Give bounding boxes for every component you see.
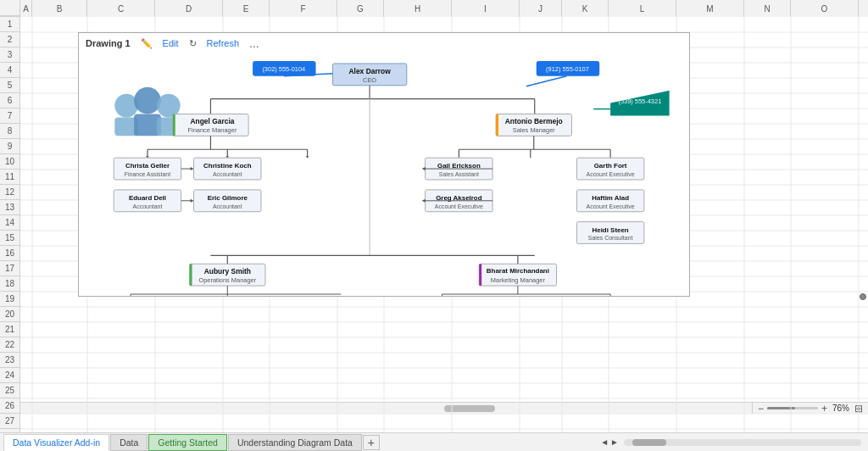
col-header-p[interactable]: P bbox=[859, 0, 868, 17]
svg-text:Sales Consultant: Sales Consultant bbox=[588, 235, 633, 241]
horizontal-scrollbar[interactable] bbox=[20, 402, 868, 414]
col-header-o[interactable]: O bbox=[791, 0, 859, 17]
col-header-e[interactable]: E bbox=[223, 0, 270, 17]
zoom-minus[interactable]: − bbox=[758, 403, 764, 415]
svg-marker-93 bbox=[191, 199, 194, 203]
svg-text:Eduard Dell: Eduard Dell bbox=[129, 194, 166, 202]
edit-icon: ✏️ bbox=[141, 38, 153, 49]
sheet-nav: ◄ ► bbox=[600, 437, 865, 447]
svg-text:Christine Koch: Christine Koch bbox=[203, 162, 252, 170]
svg-marker-119 bbox=[422, 199, 426, 203]
row-5[interactable]: 5 bbox=[0, 78, 19, 93]
org-chart-svg: Alex Darrow CEO (302) 555-0104 (912) 555… bbox=[79, 57, 689, 296]
row-2[interactable]: 2 bbox=[0, 32, 19, 47]
row-24[interactable]: 24 bbox=[0, 368, 19, 383]
row-13[interactable]: 13 bbox=[0, 200, 19, 215]
more-button[interactable]: ... bbox=[249, 36, 259, 50]
svg-marker-117 bbox=[422, 167, 426, 170]
row-19[interactable]: 19 bbox=[0, 292, 19, 307]
row-7[interactable]: 7 bbox=[0, 109, 19, 124]
refresh-button[interactable]: Refresh bbox=[203, 36, 243, 50]
tab-data-visualizer[interactable]: Data Visualizer Add-in bbox=[3, 434, 109, 451]
sheet-scroll-thumb bbox=[632, 439, 666, 446]
edit-button[interactable]: Edit bbox=[159, 36, 182, 50]
svg-marker-95 bbox=[191, 167, 194, 170]
spreadsheet: A B C D E F G H I J K L M N O P Q R 1 2 … bbox=[0, 0, 868, 451]
main-area: 1 2 3 4 5 6 7 8 9 10 11 12 13 14 15 16 1… bbox=[0, 17, 868, 432]
col-header-h[interactable]: H bbox=[384, 0, 452, 17]
svg-text:Accountant: Accountant bbox=[133, 203, 163, 209]
svg-rect-65 bbox=[173, 114, 175, 136]
refresh-icon: ↻ bbox=[189, 38, 197, 49]
svg-text:Operations Manager: Operations Manager bbox=[198, 276, 256, 284]
row-23[interactable]: 23 bbox=[0, 353, 19, 368]
col-header-g[interactable]: G bbox=[337, 0, 384, 17]
sheet-scrollbar[interactable] bbox=[624, 439, 861, 446]
col-header-b[interactable]: B bbox=[32, 0, 87, 17]
zoom-bar: − + 76% ⊞ bbox=[752, 402, 868, 414]
tab-understanding[interactable]: Understanding Diagram Data bbox=[228, 434, 362, 451]
svg-point-44 bbox=[134, 87, 161, 114]
col-header-j[interactable]: J bbox=[520, 0, 562, 17]
svg-text:Finance Assistant: Finance Assistant bbox=[125, 171, 170, 177]
svg-text:Marketing Manager: Marketing Manager bbox=[491, 276, 546, 284]
tab-getting-started[interactable]: Getting Started bbox=[148, 434, 227, 451]
col-header-i[interactable]: I bbox=[452, 0, 520, 17]
row-4[interactable]: 4 bbox=[0, 63, 19, 78]
row-9[interactable]: 9 bbox=[0, 139, 19, 154]
col-header-n[interactable]: N bbox=[744, 0, 791, 17]
row-20[interactable]: 20 bbox=[0, 307, 19, 322]
drawing-container: Drawing 1 ✏️ Edit ↻ Refresh ... bbox=[78, 32, 690, 297]
svg-text:Antonio Bermejo: Antonio Bermejo bbox=[505, 117, 563, 125]
svg-text:Garth Fort: Garth Fort bbox=[594, 162, 627, 170]
row-26[interactable]: 26 bbox=[0, 398, 19, 414]
people-icon bbox=[114, 87, 180, 136]
row-3[interactable]: 3 bbox=[0, 47, 19, 63]
row-21[interactable]: 21 bbox=[0, 322, 19, 337]
col-header-c[interactable]: C bbox=[87, 0, 155, 17]
col-header-d[interactable]: D bbox=[155, 0, 223, 17]
zoom-level: 76% bbox=[832, 404, 849, 413]
row-12[interactable]: 12 bbox=[0, 185, 19, 200]
zoom-plus[interactable]: + bbox=[821, 403, 827, 415]
svg-text:Account Executive: Account Executive bbox=[435, 203, 483, 209]
col-header-f[interactable]: F bbox=[270, 0, 337, 17]
row-1[interactable]: 1 bbox=[0, 17, 19, 32]
grid-view-icon[interactable]: ⊞ bbox=[854, 403, 863, 415]
row-10[interactable]: 10 bbox=[0, 154, 19, 170]
row-11[interactable]: 11 bbox=[0, 170, 19, 185]
svg-rect-69 bbox=[496, 114, 498, 136]
drawing-title: Drawing 1 bbox=[86, 38, 131, 48]
row-14[interactable]: 14 bbox=[0, 215, 19, 231]
row-6[interactable]: 6 bbox=[0, 93, 19, 109]
row-handle-right-18[interactable] bbox=[860, 293, 866, 300]
svg-text:Eric Gilmore: Eric Gilmore bbox=[208, 194, 248, 202]
drawing-toolbar: Drawing 1 ✏️ Edit ↻ Refresh ... bbox=[79, 33, 689, 53]
tab-data[interactable]: Data bbox=[110, 434, 147, 451]
svg-text:(539) 555-4321: (539) 555-4321 bbox=[618, 97, 661, 105]
row-8[interactable]: 8 bbox=[0, 124, 19, 139]
row-22[interactable]: 22 bbox=[0, 337, 19, 353]
svg-text:Accountant: Accountant bbox=[213, 203, 242, 209]
row-15[interactable]: 15 bbox=[0, 231, 19, 246]
column-header-row: A B C D E F G H I J K L M N O P Q R bbox=[0, 0, 868, 17]
row-16[interactable]: 16 bbox=[0, 246, 19, 261]
row-25[interactable]: 25 bbox=[0, 383, 19, 398]
svg-text:Aubury Smith: Aubury Smith bbox=[204, 267, 251, 276]
svg-text:CEO: CEO bbox=[363, 76, 376, 84]
row-17[interactable]: 17 bbox=[0, 261, 19, 276]
zoom-slider[interactable] bbox=[767, 407, 818, 409]
tab-add-button[interactable]: + bbox=[363, 435, 380, 450]
col-header-m[interactable]: M bbox=[676, 0, 744, 17]
sheet-nav-left[interactable]: ◄ bbox=[600, 437, 609, 447]
col-header-l[interactable]: L bbox=[609, 0, 676, 17]
col-header-k[interactable]: K bbox=[562, 0, 609, 17]
svg-text:(912) 555-0107: (912) 555-0107 bbox=[546, 65, 589, 73]
col-header-a[interactable]: A bbox=[20, 0, 32, 17]
row-18[interactable]: 18 bbox=[0, 276, 19, 292]
row-27[interactable]: 27 bbox=[0, 414, 19, 429]
svg-text:(302) 555-0104: (302) 555-0104 bbox=[262, 65, 305, 73]
sheet-nav-right[interactable]: ► bbox=[610, 437, 619, 447]
corner-cell bbox=[0, 0, 20, 16]
tab-understanding-label: Understanding Diagram Data bbox=[237, 437, 353, 448]
